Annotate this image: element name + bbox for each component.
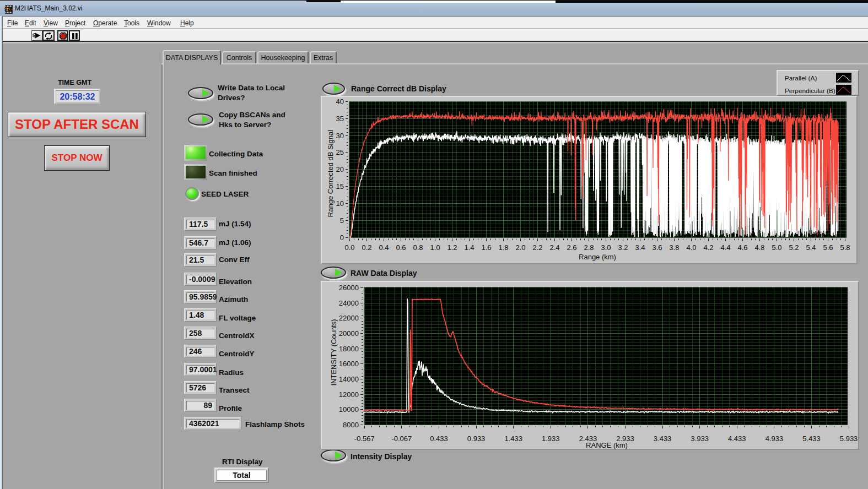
svg-text:0: 0	[340, 233, 344, 242]
svg-text:15: 15	[336, 182, 344, 191]
svg-text:4.6: 4.6	[737, 243, 747, 252]
svg-text:16000: 16000	[339, 360, 359, 368]
svg-text:-0.067: -0.067	[391, 434, 412, 443]
svg-text:1.433: 1.433	[504, 434, 522, 443]
svg-text:10000: 10000	[339, 405, 359, 414]
svg-text:2.0: 2.0	[515, 243, 525, 252]
svg-text:5.933: 5.933	[840, 434, 858, 443]
svg-text:0.933: 0.933	[467, 434, 486, 443]
svg-text:Range (km): Range (km)	[579, 253, 616, 261]
svg-text:35: 35	[336, 115, 344, 123]
svg-text:2.4: 2.4	[549, 243, 559, 252]
svg-text:12000: 12000	[339, 390, 359, 399]
svg-text:18000: 18000	[339, 345, 359, 353]
svg-text:40: 40	[336, 97, 344, 106]
svg-text:4.0: 4.0	[686, 243, 696, 252]
svg-text:3.2: 3.2	[618, 243, 628, 252]
svg-text:3.8: 3.8	[669, 243, 679, 252]
svg-text:Range Corrected dB Signal: Range Corrected dB Signal	[326, 130, 335, 217]
svg-text:8000: 8000	[343, 421, 359, 429]
svg-text:INTENSITY (Counts): INTENSITY (Counts)	[330, 319, 338, 385]
svg-text:4.433: 4.433	[728, 434, 746, 443]
svg-text:1.4: 1.4	[464, 243, 474, 252]
svg-text:1.0: 1.0	[430, 243, 440, 252]
svg-text:14000: 14000	[339, 375, 359, 383]
svg-text:5.6: 5.6	[823, 243, 833, 252]
svg-text:1.2: 1.2	[447, 243, 457, 252]
svg-text:10: 10	[336, 199, 344, 208]
svg-text:1.8: 1.8	[498, 243, 508, 252]
svg-text:1.6: 1.6	[481, 243, 491, 252]
svg-text:3.433: 3.433	[654, 434, 672, 443]
svg-text:4.8: 4.8	[754, 243, 764, 252]
svg-text:24000: 24000	[339, 299, 359, 307]
svg-text:3.0: 3.0	[601, 243, 611, 252]
svg-text:0.6: 0.6	[396, 243, 406, 252]
svg-text:3.6: 3.6	[652, 243, 662, 252]
svg-text:2.8: 2.8	[584, 243, 594, 252]
svg-text:4.4: 4.4	[720, 243, 730, 252]
svg-text:26000: 26000	[339, 284, 359, 292]
svg-text:0.4: 0.4	[379, 243, 389, 252]
svg-text:0.433: 0.433	[430, 434, 448, 443]
svg-text:4.933: 4.933	[765, 434, 784, 443]
svg-text:5.433: 5.433	[802, 434, 821, 443]
svg-text:RANGE (km): RANGE (km)	[586, 441, 628, 449]
svg-text:5.8: 5.8	[840, 243, 850, 252]
svg-text:5.0: 5.0	[772, 243, 781, 252]
svg-text:3.933: 3.933	[691, 434, 709, 443]
svg-text:-0.567: -0.567	[354, 434, 375, 443]
svg-text:0.8: 0.8	[413, 243, 423, 252]
svg-text:20: 20	[336, 165, 344, 173]
svg-text:3.4: 3.4	[635, 243, 645, 252]
svg-text:2.6: 2.6	[567, 243, 576, 252]
svg-text:22000: 22000	[339, 314, 359, 322]
svg-text:0.2: 0.2	[362, 243, 371, 252]
svg-text:1.933: 1.933	[542, 434, 560, 443]
svg-text:5: 5	[340, 216, 344, 225]
svg-text:4.2: 4.2	[703, 243, 713, 252]
svg-text:25: 25	[336, 148, 344, 156]
svg-text:0.0: 0.0	[344, 243, 354, 252]
svg-text:5.4: 5.4	[806, 243, 816, 252]
svg-text:20000: 20000	[339, 329, 359, 338]
svg-text:30: 30	[336, 132, 344, 140]
svg-text:5.2: 5.2	[789, 243, 799, 252]
svg-text:2.2: 2.2	[532, 243, 542, 252]
